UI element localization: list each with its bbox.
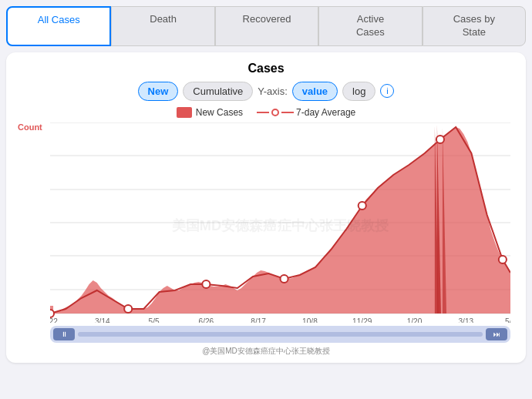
new-button[interactable]: New bbox=[138, 82, 179, 101]
svg-point-15 bbox=[50, 310, 54, 317]
svg-point-17 bbox=[202, 280, 210, 288]
tab-recovered[interactable]: Recovered bbox=[215, 6, 318, 46]
credit-text: @美国MD安德森癌症中心张王晓教授 bbox=[15, 346, 517, 357]
legend-avg-label: 7-day Average bbox=[296, 107, 355, 118]
svg-text:美国MD安德森癌症中心张王晓教授: 美国MD安德森癌症中心张王晓教授 bbox=[171, 217, 390, 233]
legend-new-cases: New Cases bbox=[177, 107, 243, 118]
tab-all-cases[interactable]: All Cases bbox=[6, 6, 111, 46]
svg-point-18 bbox=[281, 275, 288, 283]
svg-text:5/4: 5/4 bbox=[505, 317, 510, 323]
legend-new-cases-label: New Cases bbox=[196, 107, 243, 118]
info-icon[interactable]: i bbox=[380, 84, 394, 98]
chart-controls: New Cumulative Y-axis: value log i bbox=[15, 82, 517, 101]
svg-text:10/8: 10/8 bbox=[302, 317, 318, 323]
tab-bar: All Cases Death Recovered ActiveCases Ca… bbox=[6, 6, 526, 46]
legend-line-icon bbox=[257, 112, 269, 113]
svg-text:1/20: 1/20 bbox=[407, 317, 423, 323]
yaxis-count-label: Count bbox=[18, 122, 42, 132]
svg-text:8/17: 8/17 bbox=[251, 317, 266, 323]
chart-title: Cases bbox=[15, 62, 517, 75]
svg-point-16 bbox=[124, 305, 132, 313]
legend-circle-icon bbox=[271, 109, 279, 116]
log-button[interactable]: log bbox=[342, 82, 375, 101]
chart-wrapper: Count 70k 56k 42k 28k 14k 0 bbox=[50, 122, 510, 323]
svg-text:1/22: 1/22 bbox=[50, 317, 58, 323]
svg-text:3/14: 3/14 bbox=[95, 317, 110, 323]
svg-text:11/29: 11/29 bbox=[352, 317, 372, 323]
legend-7day-avg: 7-day Average bbox=[257, 107, 355, 118]
value-button[interactable]: value bbox=[292, 82, 338, 101]
chart-svg: 70k 56k 42k 28k 14k 0 bbox=[50, 122, 510, 323]
slider-left-handle[interactable]: ⏸ bbox=[53, 328, 75, 340]
tab-death[interactable]: Death bbox=[111, 6, 214, 46]
chart-card: Cases New Cumulative Y-axis: value log i… bbox=[6, 52, 526, 363]
main-container: All Cases Death Recovered ActiveCases Ca… bbox=[0, 0, 532, 369]
slider-track[interactable] bbox=[78, 332, 483, 337]
svg-point-20 bbox=[436, 136, 444, 143]
slider-right-handle[interactable]: ⏭ bbox=[486, 328, 507, 340]
timeline-slider[interactable]: ⏸ ⏭ bbox=[50, 326, 510, 343]
legend-line-icon2 bbox=[281, 112, 294, 113]
tab-cases-by-state[interactable]: Cases byState bbox=[423, 6, 526, 46]
svg-text:5/5: 5/5 bbox=[149, 317, 160, 323]
chart-legend: New Cases 7-day Average bbox=[15, 107, 517, 118]
cumulative-button[interactable]: Cumulative bbox=[183, 82, 253, 101]
svg-text:3/13: 3/13 bbox=[458, 317, 473, 323]
svg-point-21 bbox=[499, 256, 507, 263]
svg-point-19 bbox=[359, 202, 366, 210]
tab-active-cases[interactable]: ActiveCases bbox=[318, 6, 422, 46]
legend-rect-icon bbox=[177, 107, 192, 118]
svg-text:6/26: 6/26 bbox=[199, 317, 214, 323]
yaxis-label: Y-axis: bbox=[258, 86, 288, 97]
